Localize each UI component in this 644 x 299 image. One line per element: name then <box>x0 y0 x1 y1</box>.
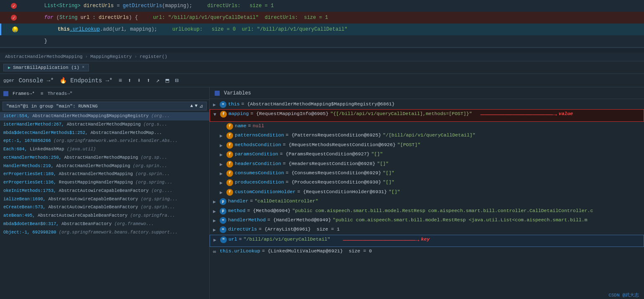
code-scrollbar[interactable] <box>0 47 644 52</box>
var-row-this: ▶ = this = {AbstractHandlerMethodMapping… <box>210 100 644 109</box>
variables-icon <box>215 91 220 96</box>
variables-header: Variables <box>210 87 644 99</box>
expand-headers[interactable]: ▶ <box>220 160 226 168</box>
breakpoint-icon-2: ✓ <box>11 15 17 21</box>
tab-label: SmartBillApplication (1) <box>13 65 79 70</box>
var-icon-headers: f <box>226 161 233 168</box>
value-arrow: ──────────────────→ <box>480 110 557 121</box>
tab-smartbill[interactable]: ▶ SmartBillApplication (1) × <box>3 64 89 71</box>
key-arrow: ──────────────────→ <box>343 236 419 247</box>
expand-method[interactable]: ▶ <box>213 207 220 215</box>
toolbar-label-debugger: gger <box>3 78 14 83</box>
frame-item-7[interactable]: erPropertiesSet:189, AbstractHandlerMeth… <box>0 170 209 178</box>
code-line-3: 💡 this.urlLookup.add(url, mapping); urlL… <box>0 24 644 35</box>
endpoints-button[interactable]: 🔥 Endpoints →* <box>58 76 114 85</box>
expand-produces[interactable]: ▶ <box>220 178 226 187</box>
tab-icon: ▶ <box>8 65 10 70</box>
breadcrumb-sep-1: › <box>85 54 88 59</box>
breakpoint-icon-1: ✓ <box>11 3 17 9</box>
code-text-3: this.urlLookup.add(url, mapping); urlLoo… <box>21 26 644 32</box>
expand-methods[interactable]: ▶ <box>220 141 226 150</box>
breadcrumb: AbstractHandlerMethodMapping › MappingRe… <box>0 52 644 61</box>
var-row-custom: ▶ f customConditionHolder = {RequestCond… <box>210 188 644 197</box>
frames-button[interactable]: ⬒ <box>164 76 171 85</box>
code-editor: ✓ List<String> directUrls = getDirectUrl… <box>0 0 644 47</box>
code-text-2: for (String url : directUrls) { url: "/b… <box>20 15 644 21</box>
frame-item-11[interactable]: eCreateBean:573, AbstractAutowireCapable… <box>0 203 209 212</box>
resume-button[interactable]: ⬆ <box>126 76 133 85</box>
step-over-button[interactable]: ⬇ <box>135 76 142 85</box>
expand-consumes[interactable]: ▶ <box>220 169 226 178</box>
var-row-url: ▶ = url = "/bill/api/v1/queryCallDetail"… <box>210 235 644 247</box>
expand-handlermethod[interactable]: ▶ <box>213 216 220 225</box>
frame-list: ister:554, AbstractHandlerMethodMapping$… <box>0 112 209 299</box>
frame-item-5[interactable]: ectHandlerMethods:250, AbstractHandlerMe… <box>0 154 209 162</box>
frame-item-9[interactable]: okeInitMethods:1753, AbstractAutowireCap… <box>0 187 209 195</box>
step-into-button[interactable]: ⬆ <box>145 76 152 85</box>
var-row-directurls: ▶ = directUrls = {ArrayList@6961} size =… <box>210 225 644 234</box>
expand-patterns[interactable]: ▶ <box>220 131 226 140</box>
frames-icon <box>3 91 8 96</box>
code-text-1: List<String> directUrls = getDirectUrls(… <box>20 3 644 9</box>
expand-name <box>220 122 226 131</box>
var-icon-params: f <box>226 151 233 158</box>
threads-icon: ≡ <box>41 91 44 96</box>
step-out-button[interactable]: ↗ <box>154 76 161 85</box>
var-row-urllookup: ∞ this.urlLookup = {LinkedMultiValueMap@… <box>210 247 644 256</box>
gutter-2: ✓ <box>3 15 20 21</box>
variables-title: Variables <box>224 90 251 96</box>
var-row-method: ▶ p method = {Method@6904} "public com.a… <box>210 207 644 216</box>
thread-dropdown-label: "main"@1 in group "main": RUNNING <box>6 104 98 109</box>
var-row-consumes: ▶ f consumesCondition = {ConsumesRequest… <box>210 169 644 178</box>
var-icon-name: f <box>226 123 233 130</box>
expand-handler[interactable]: ▶ <box>213 197 220 206</box>
var-row-handler: ▶ p handler = "callDetailController" <box>210 197 644 206</box>
left-panel: Frames→* ≡ Threads→" "main"@1 in group "… <box>0 87 210 299</box>
threads-toolbar: Frames→* ≡ Threads→" <box>0 87 209 100</box>
expand-mapping[interactable]: ▼ <box>213 110 220 118</box>
thread-up-button[interactable]: ▲ <box>190 103 193 109</box>
gutter-3: 💡 <box>5 26 21 32</box>
var-row-name: f name = null <box>210 122 644 131</box>
frame-item-10[interactable]: ializeBean:1690, AbstractAutowireCapable… <box>0 195 209 204</box>
frame-item-2[interactable]: mbda$detectHandlerMethods$1:252, Abstrac… <box>0 129 209 137</box>
expand-urllookup: ∞ <box>213 247 220 256</box>
breadcrumb-part-3: register() <box>140 54 167 59</box>
var-row-produces: ▶ f producesCondition = {ProducesRequest… <box>210 178 644 187</box>
current-line-icon: 💡 <box>12 26 18 32</box>
frame-item-8[interactable]: erPropertiesSet:136, RequestMappingHandl… <box>0 178 209 187</box>
expand-url[interactable]: ▶ <box>213 236 220 244</box>
thread-filter-button[interactable]: ⊿ <box>199 103 203 109</box>
var-icon-methods: f <box>226 142 233 149</box>
code-line-2: ✓ for (String url : directUrls) { url: "… <box>0 12 644 24</box>
right-panel: Variables ▶ = this = {AbstractHandlerMet… <box>210 87 644 299</box>
frame-item-0[interactable]: ister:554, AbstractHandlerMethodMapping$… <box>0 112 209 121</box>
expand-directurls[interactable]: ▶ <box>213 226 220 234</box>
value-annotation: value <box>558 110 573 118</box>
breadcrumb-sep-2: › <box>134 54 137 59</box>
console-button[interactable]: Console →* <box>17 76 55 85</box>
code-line-1: ✓ List<String> directUrls = getDirectUrl… <box>0 0 644 12</box>
thread-dropdown[interactable]: "main"@1 in group "main": RUNNING ▲ ▼ ⊿ <box>3 102 207 110</box>
frame-item-13[interactable]: mbda$doGetBean$0:317, AbstractBeanFactor… <box>0 220 209 228</box>
frame-item-14[interactable]: Object:-1, 692998280 (org.springframewor… <box>0 228 209 237</box>
thread-down-button[interactable]: ▼ <box>195 103 197 109</box>
frame-item-4[interactable]: Each:684, LinkedHashMap (java.util) <box>0 145 209 154</box>
threads-label: Threads→" <box>47 91 72 96</box>
expand-custom[interactable]: ▶ <box>220 188 226 197</box>
settings-button[interactable]: ⊟ <box>173 76 180 85</box>
code-text-4: } <box>20 38 644 44</box>
list-icon[interactable]: ≡ <box>117 76 124 85</box>
expand-params[interactable]: ▶ <box>220 150 226 159</box>
var-row-params: ▶ f paramsCondition = {ParamsRequestCond… <box>210 150 644 159</box>
frame-item-12[interactable]: ateBean:495, AbstractAutowireCapableBean… <box>0 212 209 220</box>
tab-close-button[interactable]: × <box>82 65 84 70</box>
frames-label: Frames→* <box>13 91 35 96</box>
frame-item-3[interactable]: ept:-1, 1678856266 (org.springframework.… <box>0 137 209 145</box>
var-row-methods: ▶ f methodsCondition = {RequestMethodsRe… <box>210 141 644 150</box>
var-icon-mapping: f <box>220 111 227 118</box>
frame-item-1[interactable]: isterHandlerMethod:267, AbstractHandlerM… <box>0 121 209 129</box>
var-icon-produces: f <box>226 179 233 186</box>
expand-this[interactable]: ▶ <box>213 100 220 109</box>
frame-item-6[interactable]: HandlerMethods:219, AbstractHandlerMetho… <box>0 162 209 170</box>
